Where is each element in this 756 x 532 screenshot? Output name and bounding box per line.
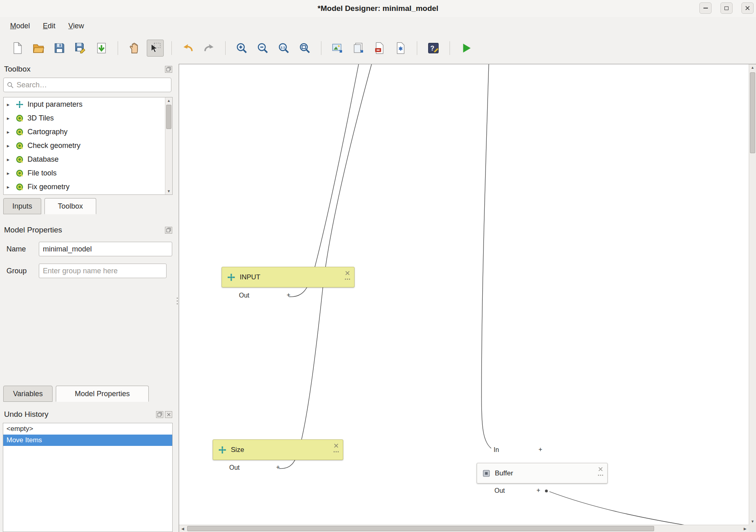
horizontal-scrollbar-thumb[interactable]: [187, 526, 654, 531]
name-label: Name: [6, 245, 26, 253]
scroll-up-icon[interactable]: ▲: [165, 97, 172, 104]
canvas-viewport[interactable]: INPUT Out + Size Out + In +: [179, 64, 749, 525]
run-model-button[interactable]: [458, 40, 475, 57]
menu-edit[interactable]: Edit: [38, 19, 61, 33]
tree-scrollbar-thumb[interactable]: [166, 105, 171, 129]
edit-model-help-button[interactable]: ?: [425, 40, 442, 57]
tree-item-label: Check geometry: [27, 141, 80, 150]
toolbar: 1:1 ?: [0, 35, 756, 61]
minimize-button[interactable]: [699, 2, 712, 14]
expand-caret-icon[interactable]: ▸: [7, 129, 12, 135]
save-model-in-project-button[interactable]: [93, 40, 110, 57]
float-panel-button[interactable]: [165, 227, 172, 234]
scroll-right-icon[interactable]: ▶: [741, 525, 749, 532]
scroll-down-icon[interactable]: ▼: [749, 518, 756, 525]
zoom-full-button[interactable]: [296, 40, 313, 57]
save-model-icon: [53, 42, 66, 55]
expand-caret-icon[interactable]: ▸: [7, 101, 12, 108]
expand-caret-icon[interactable]: ▸: [7, 143, 12, 149]
canvas-vertical-scrollbar[interactable]: ▲ ▼: [749, 64, 756, 525]
scroll-up-icon[interactable]: ▲: [749, 64, 756, 71]
expand-caret-icon[interactable]: ▸: [7, 170, 12, 176]
expand-caret-icon[interactable]: ▸: [7, 184, 12, 190]
maximize-icon: [724, 6, 729, 10]
tab-toolbox[interactable]: Toolbox: [44, 198, 96, 214]
float-panel-icon: [166, 67, 171, 72]
collapse-node-icon[interactable]: [598, 467, 603, 471]
save-model-as-button[interactable]: [72, 40, 89, 57]
provider-icon: [15, 155, 24, 164]
tab-model-properties[interactable]: Model Properties: [56, 386, 149, 402]
menu-model-label: Model: [10, 22, 30, 30]
redo-button[interactable]: [201, 40, 218, 57]
node-comment-icon[interactable]: [344, 279, 351, 280]
collapse-node-icon[interactable]: [345, 271, 350, 275]
socket-plus-icon[interactable]: +: [276, 464, 280, 471]
search-input[interactable]: [17, 81, 168, 89]
tab-inputs[interactable]: Inputs: [3, 198, 41, 214]
tree-item-database[interactable]: ▸ Database: [4, 152, 172, 166]
tab-model-properties-label: Model Properties: [75, 390, 130, 398]
node-comment-icon[interactable]: [597, 475, 604, 476]
pan-button[interactable]: [126, 40, 143, 57]
toolbar-separator: [417, 41, 417, 55]
close-panel-button[interactable]: [165, 411, 172, 418]
tree-item-file-tools[interactable]: ▸ File tools: [4, 166, 172, 180]
collapse-node-icon[interactable]: [334, 443, 338, 448]
tab-variables[interactable]: Variables: [3, 386, 53, 402]
panel-splitter[interactable]: [175, 61, 179, 532]
new-model-icon: [11, 42, 24, 55]
toolbox-search[interactable]: [3, 78, 171, 92]
node-input[interactable]: INPUT: [222, 267, 355, 287]
zoom-out-button[interactable]: [254, 40, 271, 57]
save-model-as-icon: [74, 42, 87, 55]
node-label: INPUT: [240, 273, 260, 281]
export-as-svg-button[interactable]: [350, 40, 367, 57]
size-out-port-label: Out: [229, 464, 240, 471]
model-name-input[interactable]: [39, 242, 172, 256]
select-items-button[interactable]: [147, 40, 164, 57]
node-size[interactable]: Size: [213, 439, 343, 460]
new-model-button[interactable]: [9, 40, 26, 57]
scroll-left-icon[interactable]: ◀: [179, 525, 186, 532]
node-buffer[interactable]: Buffer: [477, 463, 608, 483]
zoom-in-button[interactable]: [233, 40, 250, 57]
float-panel-button[interactable]: [156, 411, 163, 418]
tree-item-fix-geometry[interactable]: ▸ Fix geometry: [4, 180, 172, 194]
vertical-scrollbar-thumb[interactable]: [750, 72, 755, 153]
undo-item-move-items[interactable]: Move Items: [3, 435, 172, 446]
scrollbar-corner: [749, 525, 756, 532]
float-panel-button[interactable]: [165, 66, 172, 73]
window-title: *Model Designer: minimal_model: [318, 4, 439, 13]
menu-view[interactable]: View: [63, 19, 89, 33]
tree-item-label: Database: [27, 155, 59, 164]
maximize-button[interactable]: [720, 2, 733, 14]
zoom-actual-button[interactable]: 1:1: [275, 40, 292, 57]
socket-plus-icon[interactable]: +: [287, 291, 290, 299]
tree-scrollbar[interactable]: ▲ ▼: [165, 97, 172, 194]
expand-caret-icon[interactable]: ▸: [7, 115, 12, 121]
export-as-image-button[interactable]: [329, 40, 346, 57]
close-button[interactable]: [741, 2, 754, 14]
export-as-script-button[interactable]: [392, 40, 409, 57]
canvas-horizontal-scrollbar[interactable]: ◀ ▶: [179, 525, 749, 532]
export-pdf-icon: [373, 42, 386, 55]
node-comment-icon[interactable]: [333, 451, 339, 452]
tree-item-check-geometry[interactable]: ▸ Check geometry: [4, 139, 172, 152]
pan-hand-icon: [128, 42, 141, 55]
save-model-button[interactable]: [51, 40, 68, 57]
model-group-input[interactable]: [39, 264, 167, 278]
tree-item-3d-tiles[interactable]: ▸ 3D Tiles: [4, 111, 172, 125]
socket-plus-icon[interactable]: +: [538, 446, 542, 453]
export-as-pdf-button[interactable]: [371, 40, 388, 57]
tree-item-input-parameters[interactable]: ▸ Input parameters: [4, 97, 172, 111]
menu-model[interactable]: Model: [5, 19, 35, 33]
scroll-down-icon[interactable]: ▼: [165, 188, 172, 194]
tree-item-cartography[interactable]: ▸ Cartography: [4, 125, 172, 139]
model-designer-window: *Model Designer: minimal_model Model Edi…: [0, 0, 756, 532]
expand-caret-icon[interactable]: ▸: [7, 156, 12, 163]
open-model-button[interactable]: [30, 40, 47, 57]
undo-button[interactable]: [179, 40, 196, 57]
socket-plus-icon[interactable]: +: [536, 487, 540, 494]
undo-item-empty[interactable]: <empty>: [3, 423, 172, 435]
